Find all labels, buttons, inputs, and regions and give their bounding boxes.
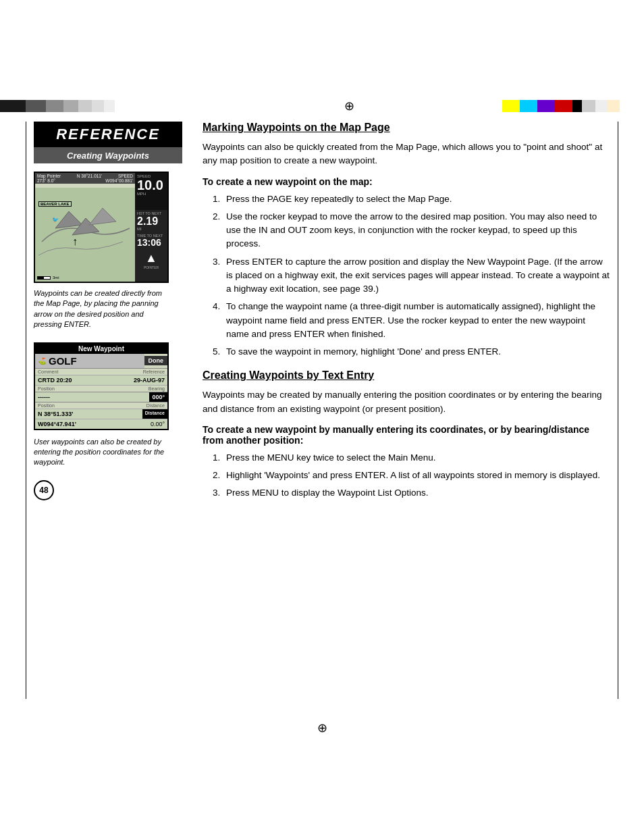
wp-position-label2: Position <box>35 402 144 409</box>
margin-line-right <box>618 122 618 699</box>
wp-pos-bearing-values: ------ 000° <box>35 392 167 402</box>
caption-map-page: Waypoints can be created directly from t… <box>34 288 169 330</box>
main-content: REFERENCE Creating Waypoints Map Pointer… <box>34 122 610 699</box>
reference-header-box: REFERENCE <box>34 122 182 147</box>
step-2-1: 1. Press the MENU key twice to select th… <box>213 451 610 465</box>
gps-pointer-text: POINTER <box>137 265 165 269</box>
wp-crtd-value: CRTD 20:20 <box>35 375 101 385</box>
color-block-4 <box>63 100 78 112</box>
color-block-r6 <box>582 100 595 112</box>
wp-reference-label: Reference <box>101 369 167 375</box>
step-2-3-num: 3. <box>213 486 220 500</box>
color-block-r3 <box>537 100 555 112</box>
wp-comment-label: Comment <box>35 369 101 375</box>
wp-done-button[interactable]: Done <box>144 356 168 365</box>
top-color-bar <box>0 100 644 112</box>
wp-name-field: ⛳ GOLF <box>35 354 144 368</box>
color-block-r1 <box>502 100 520 112</box>
svg-marker-0 <box>55 211 82 228</box>
step-2-1-text: Press the MENU key twice to select the M… <box>226 452 436 463</box>
wp-coord1: N 38°51.333' <box>35 409 142 419</box>
section1-intro: Waypoints can also be quickly created fr… <box>203 140 610 168</box>
gps-coords: N 38°21.011' <box>77 174 102 178</box>
bottom-crosshair: ⊕ <box>317 721 327 735</box>
color-block-r4 <box>555 100 572 112</box>
gps-header-row2: 273° 8.0° W094°00.881' <box>37 178 133 183</box>
step-1-1: 1. Press the PAGE key repeatedly to sele… <box>213 192 610 206</box>
step-2-2: 2. Highlight 'Waypoints' and press ENTER… <box>213 469 610 482</box>
color-block-6 <box>92 100 104 112</box>
gps-right-nav: HST TO NEXT 2.19 MI TIME TO NEXT 13:06 ▲… <box>135 210 167 282</box>
reference-subtitle: Creating Waypoints <box>67 151 149 161</box>
section2-sub-heading: To create a new waypoint by manually ent… <box>203 424 610 446</box>
gps-time-value: 13:06 <box>137 238 165 247</box>
wp-distance-label: Distance <box>144 402 167 409</box>
section1-sub-heading: To create a new waypoint on the map: <box>203 176 610 187</box>
wp-name-row: ⛳ GOLF Done <box>35 354 167 369</box>
gps-speed-value: 10.0 <box>137 178 165 192</box>
step-1-2: 2. Use the rocker keypad to move the arr… <box>213 210 610 251</box>
wp-coord2-value-row: W094°47.941' 0.00° <box>35 419 167 429</box>
gps-scale: 3mi <box>37 276 59 280</box>
top-bar-right-blocks <box>468 100 644 112</box>
step-1-2-num: 2. <box>213 210 220 224</box>
gps-coords2: W094°00.881' <box>105 178 133 183</box>
svg-text:↑: ↑ <box>72 236 78 247</box>
wp-title: New Waypoint <box>35 344 167 354</box>
top-bar-left-blocks <box>0 100 230 112</box>
section2-intro: Waypoints may be created by manually ent… <box>203 388 610 416</box>
top-bar-center <box>230 100 468 112</box>
color-block-2 <box>26 100 46 112</box>
step-1-2-text: Use the rocker keypad to move the arrow … <box>226 211 597 249</box>
gps-scale-bar <box>37 276 51 280</box>
wp-coord2: W094°47.941' <box>35 419 148 429</box>
section1-heading: Marking Waypoints on the Map Page <box>203 122 610 134</box>
color-block-r7 <box>595 100 608 112</box>
crosshair-icon <box>343 100 355 112</box>
gps-pointer-label: Map Pointer <box>37 174 61 178</box>
page-number-text: 48 <box>39 486 48 495</box>
wp-dist-value: 0.00° <box>148 419 167 429</box>
color-block-r2 <box>520 100 537 112</box>
color-block-r8 <box>608 100 620 112</box>
wp-golf-icon: ⛳ <box>38 357 46 365</box>
gps-header-row1: Map Pointer N 38°21.011' SPEED <box>37 174 133 178</box>
color-block-3 <box>46 100 63 112</box>
step-2-1-num: 1. <box>213 451 220 465</box>
gps-speed-label: SPEED <box>118 174 133 178</box>
wp-pos-bearing-row: Position Bearing <box>35 386 167 392</box>
step-2-3: 3. Press MENU to display the Waypoint Li… <box>213 486 610 500</box>
reference-title: REFERENCE <box>56 126 160 142</box>
left-column: REFERENCE Creating Waypoints Map Pointer… <box>34 122 182 500</box>
wp-bearing-value: ------ <box>35 392 149 402</box>
color-block-r0 <box>468 100 502 112</box>
color-block-r9 <box>620 100 644 112</box>
wp-position-label: Position <box>35 386 72 392</box>
gps-header: Map Pointer N 38°21.011' SPEED 273° 8.0°… <box>35 173 135 184</box>
step-1-3: 3. Press ENTER to capture the arrow posi… <box>213 255 610 296</box>
svg-marker-2 <box>89 208 116 225</box>
step-1-5: 5. To save the waypoint in memory, highl… <box>213 345 610 359</box>
section2-heading: Creating Waypoints by Text Entry <box>203 369 610 382</box>
color-block-7 <box>104 100 115 112</box>
step-1-4-text: To change the waypoint name (a three-dig… <box>226 301 595 339</box>
margin-line-left <box>26 122 26 699</box>
wp-bearing-label: Bearing <box>72 386 167 392</box>
step-1-3-text: Press ENTER to capture the arrow positio… <box>226 257 610 294</box>
wp-coord1-label-row: Position Distance <box>35 402 167 409</box>
gps-heading: 273° 8.0° <box>37 178 55 183</box>
reference-subheader-box: Creating Waypoints <box>34 147 182 163</box>
page-number: 48 <box>34 480 54 500</box>
color-block-1 <box>0 100 26 112</box>
step-1-4-num: 4. <box>213 300 220 313</box>
step-1-5-text: To save the waypoint in memory, highligh… <box>226 346 501 357</box>
wp-coord1-value-row: N 38°51.333' Distance <box>35 409 167 419</box>
gps-speed-box: SPEED 10.0 MPH <box>135 173 167 210</box>
gps-scale-label: 3mi <box>53 276 59 280</box>
step-1-1-num: 1. <box>213 192 220 206</box>
color-block-r5 <box>572 100 582 112</box>
section1-steps-list: 1. Press the PAGE key repeatedly to sele… <box>213 192 610 359</box>
bottom-crosshair-icon: ⊕ <box>317 721 327 735</box>
gps-screen-map: Map Pointer N 38°21.011' SPEED 273° 8.0°… <box>34 172 169 283</box>
wp-labels-row: Comment Reference <box>35 369 167 375</box>
